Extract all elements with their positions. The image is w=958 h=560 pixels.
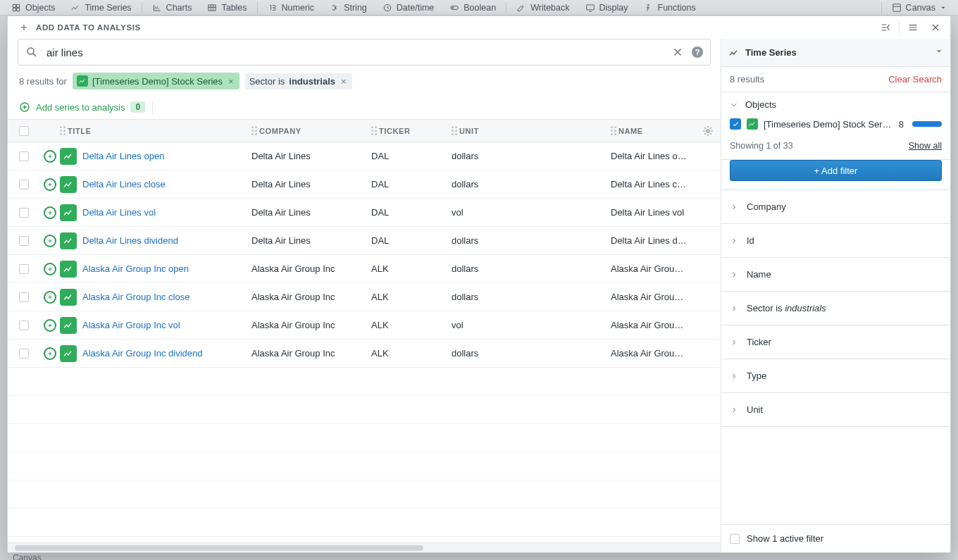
ribbon-item-display[interactable]: Display xyxy=(580,1,634,15)
add-row-button[interactable] xyxy=(44,347,56,360)
row-name: Alaska Air Group Inc dividend xyxy=(611,348,695,359)
col-company[interactable]: COMPANY xyxy=(251,126,371,135)
row-checkbox[interactable] xyxy=(19,180,29,189)
filter-item[interactable]: Type xyxy=(721,359,950,393)
row-title-link[interactable]: Alaska Air Group Inc dividend xyxy=(82,348,203,359)
row-unit: dollars xyxy=(452,151,611,161)
row-title-link[interactable]: Alaska Air Group Inc close xyxy=(82,292,189,302)
source-checkbox[interactable] xyxy=(730,118,741,130)
row-unit: vol xyxy=(452,320,611,330)
add-row-button[interactable] xyxy=(44,150,56,163)
ribbon-item-numeric[interactable]: Numeric xyxy=(262,1,321,15)
add-series-label[interactable]: Add series to analysis xyxy=(36,102,125,113)
col-title[interactable]: TITLE xyxy=(60,126,251,135)
add-row-button[interactable] xyxy=(44,206,56,219)
row-checkbox[interactable] xyxy=(19,236,29,246)
filter-item[interactable]: Sector is industrials xyxy=(721,292,950,325)
results-count: 8 results for xyxy=(19,76,67,87)
add-row-button[interactable] xyxy=(44,319,56,332)
source-chip[interactable]: [Timeseries Demo] Stock Series × xyxy=(73,73,240,89)
clear-search-link[interactable]: Clear Search xyxy=(888,74,942,85)
table-settings-icon[interactable] xyxy=(695,125,721,137)
row-company: Delta Air Lines xyxy=(251,207,371,218)
filter-item[interactable]: Id xyxy=(721,224,950,258)
remove-sector-chip[interactable]: × xyxy=(340,76,348,87)
ribbon-canvas-dropdown[interactable]: Canvas xyxy=(886,1,952,15)
row-checkbox[interactable] xyxy=(19,292,29,302)
row-ticker: DAL xyxy=(371,151,452,161)
row-title-link[interactable]: Delta Air Lines dividend xyxy=(82,235,178,246)
remove-source-chip[interactable]: × xyxy=(227,76,235,87)
list-icon[interactable] xyxy=(904,18,922,37)
ribbon-item-objects[interactable]: Objects xyxy=(6,1,61,15)
clear-search-icon[interactable] xyxy=(671,45,685,59)
objects-section-header[interactable]: Objects xyxy=(721,92,950,114)
row-checkbox[interactable] xyxy=(19,151,29,161)
row-company: Alaska Air Group Inc xyxy=(251,263,371,274)
ribbon-item-time-series[interactable]: Time Series xyxy=(65,1,137,15)
filter-item[interactable]: Name xyxy=(721,258,950,292)
row-name: Delta Air Lines vol xyxy=(611,207,695,218)
ribbon-item-datetime[interactable]: Date/time xyxy=(377,1,440,15)
horizontal-scrollbar[interactable] xyxy=(8,542,721,552)
filter-item[interactable]: Ticker xyxy=(721,325,950,359)
help-icon[interactable]: ? xyxy=(692,46,703,58)
ribbon-item-writeback[interactable]: Writeback xyxy=(511,1,575,15)
app-ribbon: Objects Time Series Charts Tables Numeri… xyxy=(0,0,958,15)
ribbon-item-functions[interactable]: Functions xyxy=(638,1,702,15)
chevron-right-icon xyxy=(730,372,738,380)
row-unit: dollars xyxy=(452,263,611,274)
row-checkbox[interactable] xyxy=(19,264,29,274)
source-bar xyxy=(912,121,942,127)
row-unit: dollars xyxy=(452,235,611,246)
row-unit: vol xyxy=(452,207,611,218)
table-row[interactable]: Alaska Air Group Inc vol Alaska Air Grou… xyxy=(8,311,721,340)
selected-count-pill: 0 xyxy=(130,101,145,113)
row-title-link[interactable]: Alaska Air Group Inc vol xyxy=(82,320,180,330)
add-row-button[interactable] xyxy=(44,291,56,304)
show-active-filter-checkbox[interactable] xyxy=(730,534,740,544)
search-input[interactable] xyxy=(45,46,664,59)
row-name: Delta Air Lines open xyxy=(611,151,695,161)
row-title-link[interactable]: Delta Air Lines close xyxy=(82,179,166,189)
close-icon[interactable] xyxy=(926,18,945,37)
chevron-right-icon xyxy=(730,270,738,279)
row-title-link[interactable]: Alaska Air Group Inc open xyxy=(82,263,189,274)
time-series-icon xyxy=(60,345,77,362)
side-dropdown-caret[interactable] xyxy=(935,47,943,58)
row-checkbox[interactable] xyxy=(19,208,29,218)
filter-item[interactable]: Unit xyxy=(721,393,950,427)
row-checkbox[interactable] xyxy=(19,349,29,359)
add-row-button[interactable] xyxy=(44,178,56,191)
ribbon-item-tables[interactable]: Tables xyxy=(201,1,252,15)
show-all-link[interactable]: Show all xyxy=(909,141,942,151)
collapse-right-icon[interactable] xyxy=(876,18,895,37)
row-title-link[interactable]: Delta Air Lines vol xyxy=(82,207,156,218)
row-title-link[interactable]: Delta Air Lines open xyxy=(82,151,164,161)
table-row[interactable]: Alaska Air Group Inc dividend Alaska Air… xyxy=(8,340,721,368)
add-row-button[interactable] xyxy=(44,263,56,275)
table-row[interactable]: Delta Air Lines open Delta Air Lines DAL… xyxy=(8,142,721,170)
col-name[interactable]: NAME xyxy=(611,126,695,135)
bottom-canvas-tab[interactable]: Canvas xyxy=(7,553,47,560)
add-filter-button[interactable]: + Add filter xyxy=(730,160,942,181)
table-row[interactable]: Delta Air Lines dividend Delta Air Lines… xyxy=(8,227,721,255)
select-all-checkbox[interactable] xyxy=(19,126,29,136)
col-unit[interactable]: UNIT xyxy=(452,126,611,135)
table-row[interactable]: Alaska Air Group Inc close Alaska Air Gr… xyxy=(8,283,721,311)
table-row[interactable]: Delta Air Lines close Delta Air Lines DA… xyxy=(8,170,721,199)
table-row[interactable]: Alaska Air Group Inc open Alaska Air Gro… xyxy=(8,255,721,283)
ribbon-item-boolean[interactable]: Boolean xyxy=(444,1,502,15)
ribbon-item-charts[interactable]: Charts xyxy=(147,1,198,15)
ribbon-item-string[interactable]: String xyxy=(324,1,373,15)
row-checkbox[interactable] xyxy=(19,321,29,330)
col-ticker[interactable]: TICKER xyxy=(371,126,452,135)
row-company: Delta Air Lines xyxy=(251,151,371,161)
add-row-button[interactable] xyxy=(44,235,56,247)
plus-icon xyxy=(19,23,29,32)
search-field[interactable]: ? xyxy=(18,39,711,66)
object-source-item[interactable]: [Timeseries Demo] Stock Series 8 xyxy=(721,114,950,135)
table-row[interactable]: Delta Air Lines vol Delta Air Lines DAL … xyxy=(8,199,721,227)
sector-chip[interactable]: Sector is industrials × xyxy=(245,73,352,89)
filter-item[interactable]: Company xyxy=(721,190,950,224)
